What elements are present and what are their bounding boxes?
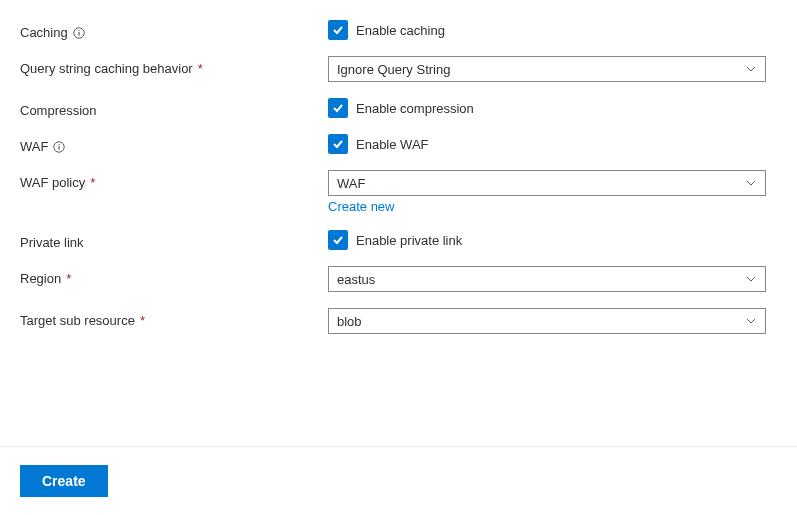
info-icon[interactable] [53, 141, 65, 153]
required-indicator: * [140, 313, 145, 328]
enable-compression-label: Enable compression [356, 101, 474, 116]
target-sub-resource-value: blob [337, 314, 362, 329]
compression-label: Compression [20, 103, 97, 118]
private-link-label: Private link [20, 235, 84, 250]
chevron-down-icon [745, 63, 757, 75]
caching-label: Caching [20, 25, 68, 40]
svg-rect-2 [78, 32, 79, 36]
enable-private-link-label: Enable private link [356, 233, 462, 248]
region-label: Region [20, 271, 61, 286]
enable-compression-checkbox[interactable] [328, 98, 348, 118]
query-string-label: Query string caching behavior [20, 61, 193, 76]
enable-waf-label: Enable WAF [356, 137, 429, 152]
required-indicator: * [66, 271, 71, 286]
chevron-down-icon [745, 177, 757, 189]
create-button[interactable]: Create [20, 465, 108, 497]
enable-caching-checkbox[interactable] [328, 20, 348, 40]
region-dropdown[interactable]: eastus [328, 266, 766, 292]
required-indicator: * [198, 61, 203, 76]
svg-rect-5 [59, 146, 60, 150]
query-string-dropdown[interactable]: Ignore Query String [328, 56, 766, 82]
footer-bar: Create [0, 446, 797, 515]
region-value: eastus [337, 272, 375, 287]
waf-label: WAF [20, 139, 48, 154]
target-sub-resource-dropdown[interactable]: blob [328, 308, 766, 334]
enable-waf-checkbox[interactable] [328, 134, 348, 154]
query-string-value: Ignore Query String [337, 62, 450, 77]
target-sub-resource-label: Target sub resource [20, 313, 135, 328]
create-new-link[interactable]: Create new [328, 199, 394, 214]
svg-point-4 [59, 143, 60, 144]
chevron-down-icon [745, 273, 757, 285]
enable-caching-label: Enable caching [356, 23, 445, 38]
waf-policy-dropdown[interactable]: WAF [328, 170, 766, 196]
info-icon[interactable] [73, 27, 85, 39]
chevron-down-icon [745, 315, 757, 327]
required-indicator: * [90, 175, 95, 190]
waf-policy-value: WAF [337, 176, 365, 191]
waf-policy-label: WAF policy [20, 175, 85, 190]
enable-private-link-checkbox[interactable] [328, 230, 348, 250]
svg-point-1 [78, 29, 79, 30]
